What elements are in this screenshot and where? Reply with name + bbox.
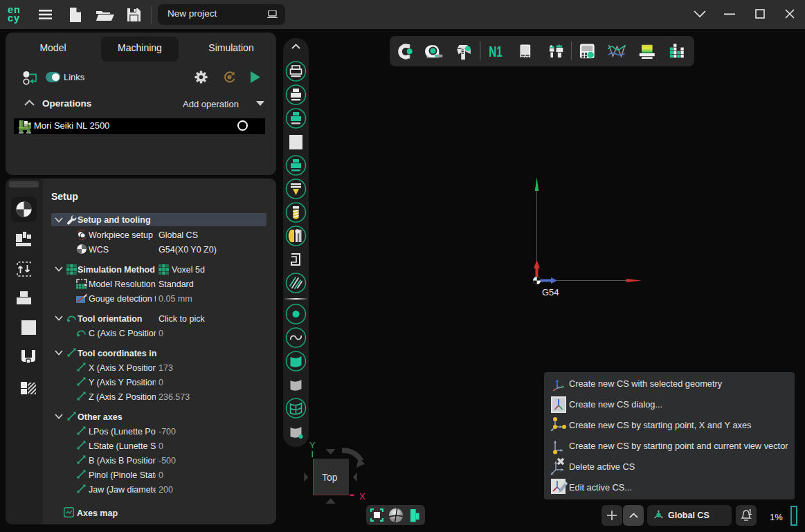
- svg-text:1: 1: [748, 508, 752, 516]
- svg-text:N1: N1: [489, 43, 503, 60]
- svg-text:X: X: [359, 491, 365, 502]
- svg-text:Top: Top: [322, 472, 338, 483]
- svg-text:G54: G54: [542, 287, 559, 297]
- svg-text:Y: Y: [309, 440, 316, 450]
